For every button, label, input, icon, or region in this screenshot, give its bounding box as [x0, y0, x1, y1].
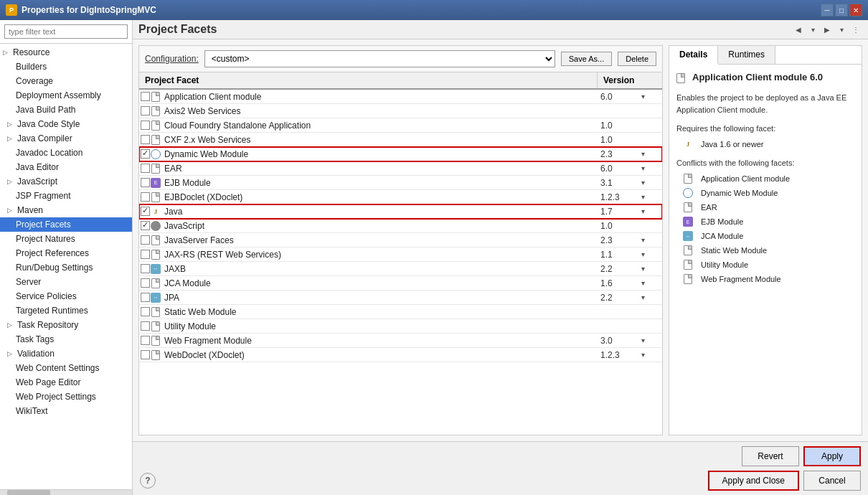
table-row[interactable]: Cloud Foundry Standalone Application 1.0 — [139, 118, 662, 133]
version-dropdown[interactable]: ▾ — [637, 207, 648, 215]
version-dropdown[interactable]: ▾ — [637, 293, 648, 301]
cancel-button[interactable]: Cancel — [803, 471, 861, 491]
table-row[interactable]: CXF 2.x Web Services 1.0 — [139, 133, 662, 147]
version-dropdown[interactable]: ▾ — [637, 93, 648, 100]
facet-checkbox[interactable] — [141, 293, 150, 302]
facet-checkbox[interactable] — [141, 336, 150, 345]
sidebar-item-jsp-fragment[interactable]: JSP Fragment — [0, 189, 132, 203]
sidebar-item-label: Builders — [16, 62, 47, 72]
sidebar-item-wikitext[interactable]: WikiText — [0, 404, 132, 418]
sidebar-item-java-editor[interactable]: Java Editor — [0, 160, 132, 174]
table-row[interactable]: Static Web Module — [139, 305, 662, 319]
version-dropdown[interactable]: ▾ — [637, 150, 648, 158]
filter-input[interactable] — [4, 24, 128, 39]
facet-checkbox[interactable] — [141, 192, 150, 202]
version-dropdown[interactable]: ▾ — [637, 236, 648, 244]
sidebar-item-web-content-settings[interactable]: Web Content Settings — [0, 361, 132, 375]
facet-checkbox[interactable] — [141, 307, 150, 316]
dropdown-arrow[interactable]: ▾ — [806, 23, 819, 36]
facet-checkbox[interactable] — [141, 350, 150, 359]
minimize-button[interactable]: ─ — [821, 4, 834, 16]
table-row[interactable]: JavaServer Faces 2.3 ▾ — [139, 233, 662, 248]
sidebar-item-resource[interactable]: ▷ Resource — [0, 45, 132, 60]
facet-checkbox[interactable] — [141, 207, 150, 216]
facet-checkbox[interactable] — [141, 278, 150, 288]
sidebar-item-task-tags[interactable]: Task Tags — [0, 332, 132, 346]
sidebar-item-javadoc-location[interactable]: Javadoc Location — [0, 146, 132, 160]
version-dropdown[interactable]: ▾ — [637, 164, 648, 172]
facet-checkbox[interactable] — [141, 264, 150, 273]
sidebar-item-web-page-editor[interactable]: Web Page Editor — [0, 375, 132, 390]
table-row[interactable]: Axis2 Web Services — [139, 104, 662, 118]
sidebar-item-run-debug[interactable]: Run/Debug Settings — [0, 260, 132, 275]
sidebar-item-project-references[interactable]: Project References — [0, 246, 132, 260]
config-select[interactable]: <custom> — [204, 50, 555, 67]
facet-checkbox[interactable] — [141, 149, 150, 159]
dropdown-arrow2[interactable]: ▾ — [835, 23, 848, 36]
table-row[interactable]: JavaScript 1.0 — [139, 219, 662, 233]
sidebar-item-javascript[interactable]: ▷ JavaScript — [0, 174, 132, 189]
table-row[interactable]: Application Client module 6.0 ▾ — [139, 90, 662, 104]
maximize-button[interactable]: □ — [835, 4, 848, 16]
facet-checkbox[interactable] — [141, 250, 150, 259]
version-dropdown[interactable]: ▾ — [637, 179, 648, 187]
sidebar-item-validation[interactable]: ▷ Validation — [0, 346, 132, 361]
facet-checkbox[interactable] — [141, 164, 150, 173]
facet-checkbox[interactable] — [141, 121, 150, 130]
tab-details[interactable]: Details — [669, 46, 718, 65]
table-row[interactable]: Utility Module — [139, 319, 662, 334]
revert-button[interactable]: Revert — [742, 446, 799, 466]
version-dropdown[interactable]: ▾ — [637, 265, 648, 273]
table-row[interactable]: E EJB Module 3.1 ▾ — [139, 176, 662, 190]
version-dropdown[interactable]: ▾ — [637, 193, 648, 201]
facet-checkbox[interactable] — [141, 92, 150, 101]
jca-icon: ↔ — [682, 230, 694, 242]
conflict-item-text: EJB Module — [701, 217, 743, 226]
facet-checkbox[interactable] — [141, 235, 150, 245]
table-row[interactable]: EAR 6.0 ▾ — [139, 161, 662, 176]
table-row[interactable]: WebDoclet (XDoclet) 1.2.3 ▾ — [139, 348, 662, 362]
sidebar-item-java-build-path[interactable]: Java Build Path — [0, 103, 132, 117]
apply-and-close-button[interactable]: Apply and Close — [708, 471, 799, 491]
apply-button[interactable]: Apply — [803, 446, 861, 466]
sidebar-item-server[interactable]: Server — [0, 275, 132, 289]
sidebar-scrollbar[interactable] — [0, 489, 132, 495]
table-row[interactable]: Web Fragment Module 3.0 ▾ — [139, 334, 662, 348]
save-as-button[interactable]: Save As... — [561, 52, 613, 66]
forward-button[interactable]: ▶ — [821, 23, 834, 36]
facet-checkbox[interactable] — [141, 321, 150, 331]
version-dropdown[interactable]: ▾ — [637, 279, 648, 287]
table-row[interactable]: EJBDoclet (XDoclet) 1.2.3 ▾ — [139, 190, 662, 204]
version-dropdown[interactable]: ▾ — [637, 351, 648, 359]
sidebar-item-java-code-style[interactable]: ▷ Java Code Style — [0, 117, 132, 131]
facet-checkbox[interactable] — [141, 106, 150, 116]
table-row[interactable]: ↔ JAXB 2.2 ▾ — [139, 262, 662, 276]
sidebar-item-web-project-settings[interactable]: Web Project Settings — [0, 390, 132, 404]
sidebar-item-java-compiler[interactable]: ▷ Java Compiler — [0, 131, 132, 146]
sidebar-item-deployment-assembly[interactable]: Deployment Assembly — [0, 88, 132, 103]
sidebar-item-project-natures[interactable]: Project Natures — [0, 232, 132, 246]
facet-checkbox[interactable] — [141, 135, 150, 144]
menu-button[interactable]: ⋮ — [849, 23, 862, 36]
close-button[interactable]: ✕ — [849, 4, 862, 16]
table-row[interactable]: J Java 1.7 ▾ — [139, 204, 662, 219]
sidebar-item-builders[interactable]: Builders — [0, 60, 132, 74]
version-dropdown[interactable]: ▾ — [637, 250, 648, 258]
table-row[interactable]: Dynamic Web Module 2.3 ▾ — [139, 147, 662, 161]
delete-button[interactable]: Delete — [618, 52, 656, 66]
table-row[interactable]: JAX-RS (REST Web Services) 1.1 ▾ — [139, 248, 662, 262]
sidebar-item-task-repository[interactable]: ▷ Task Repository — [0, 318, 132, 332]
sidebar-item-project-facets[interactable]: Project Facets — [0, 217, 132, 232]
table-row[interactable]: ↔ JPA 2.2 ▾ — [139, 291, 662, 305]
sidebar-item-coverage[interactable]: Coverage — [0, 74, 132, 88]
facet-checkbox[interactable] — [141, 178, 150, 187]
sidebar-item-maven[interactable]: ▷ Maven — [0, 203, 132, 217]
back-button[interactable]: ◀ — [792, 23, 805, 36]
sidebar-item-service-policies[interactable]: Service Policies — [0, 289, 132, 303]
facet-checkbox[interactable] — [141, 221, 150, 230]
sidebar-item-targeted-runtimes[interactable]: Targeted Runtimes — [0, 303, 132, 318]
table-row[interactable]: JCA Module 1.6 ▾ — [139, 276, 662, 291]
version-dropdown[interactable]: ▾ — [637, 336, 648, 344]
tab-runtimes[interactable]: Runtimes — [718, 46, 775, 64]
help-button[interactable]: ? — [140, 473, 156, 489]
